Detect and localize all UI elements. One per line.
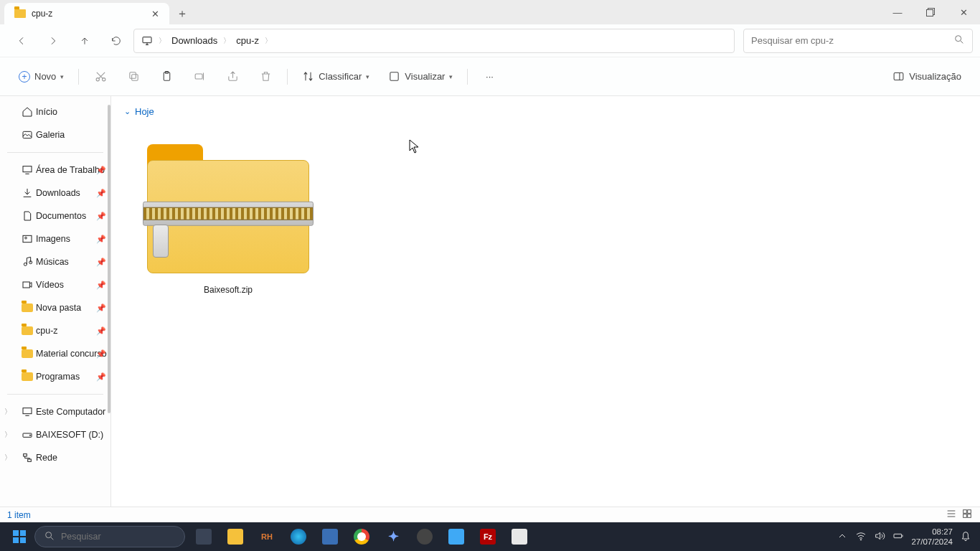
rename-button[interactable] [185, 65, 214, 88]
window-controls: — ✕ [881, 0, 980, 24]
taskbar-app-generic3[interactable] [505, 525, 534, 548]
sidebar-item-label: Nova pasta [36, 303, 81, 313]
minimize-button[interactable]: — [881, 0, 914, 24]
share-button[interactable] [218, 65, 247, 88]
volume-icon[interactable] [874, 530, 885, 544]
taskbar-app-copilot[interactable]: ✦ [379, 525, 407, 548]
sidebar-item-documents[interactable]: Documentos 📌 [0, 204, 110, 227]
tray-overflow-icon[interactable] [837, 530, 848, 544]
wifi-icon[interactable] [855, 530, 867, 544]
taskbar-app-taskview[interactable] [189, 525, 218, 548]
sidebar-item-music[interactable]: Músicas 📌 [0, 250, 110, 273]
window-tab[interactable]: cpu-z ✕ [4, 3, 169, 24]
notifications-icon[interactable] [960, 530, 971, 544]
view-icon [388, 70, 400, 83]
main: Início Galeria Área de Trabalho 📌 Downlo… [0, 96, 980, 507]
back-button[interactable] [7, 29, 36, 52]
taskbar-app-rh[interactable]: RH [253, 525, 281, 548]
search-box[interactable] [743, 29, 973, 53]
view-button[interactable]: Visualizar ▾ [381, 65, 460, 88]
details-view-icon[interactable] [946, 508, 957, 522]
chevron-down-icon: ▾ [60, 73, 64, 80]
drive-icon [22, 429, 33, 441]
chevron-right-icon[interactable]: 〉 [4, 430, 11, 440]
file-item-zip[interactable]: Baixesoft.zip [124, 130, 332, 295]
sidebar-item-label: Documentos [36, 211, 86, 221]
taskbar-app-chrome[interactable] [347, 525, 376, 548]
sidebar-item-cpu-z[interactable]: cpu-z 📌 [0, 319, 110, 342]
svg-rect-14 [23, 166, 32, 172]
sidebar-item-label: Área de Trabalho [36, 165, 105, 175]
new-tab-button[interactable]: ＋ [169, 3, 195, 24]
sidebar-item-images[interactable]: Imagens 📌 [0, 227, 110, 250]
up-button[interactable] [70, 29, 99, 52]
sidebar-item-this-pc[interactable]: 〉 Este Computador [0, 400, 110, 423]
divider [7, 152, 103, 153]
taskbar-search[interactable] [34, 526, 185, 547]
sidebar-item-programas[interactable]: Programas 📌 [0, 365, 110, 388]
svg-rect-19 [23, 282, 29, 288]
address-bar[interactable]: 〉 Downloads 〉 cpu-z 〉 [133, 29, 735, 53]
sidebar-item-label: Imagens [36, 234, 70, 244]
pin-icon: 📌 [96, 372, 106, 382]
preview-pane-button[interactable]: Visualização [885, 65, 969, 88]
svg-rect-11 [390, 72, 398, 80]
svg-point-22 [29, 435, 30, 435]
battery-icon[interactable] [892, 530, 904, 544]
taskbar-app-edge[interactable] [284, 525, 313, 548]
refresh-button[interactable] [102, 29, 131, 52]
content-area[interactable]: ⌄ Hoje Baixesoft.zip [111, 96, 980, 507]
taskbar-clock[interactable]: 08:27 27/07/2024 [911, 527, 953, 547]
document-icon [22, 210, 33, 222]
taskbar-search-input[interactable] [61, 532, 174, 542]
cut-button[interactable] [86, 65, 115, 88]
pin-icon: 📌 [96, 326, 106, 336]
divider [7, 394, 103, 395]
large-icons-view-icon[interactable] [961, 508, 973, 522]
more-button[interactable]: ··· [475, 65, 504, 88]
sidebar: Início Galeria Área de Trabalho 📌 Downlo… [0, 96, 111, 507]
chevron-right-icon[interactable]: 〉 [4, 407, 11, 417]
sidebar-item-downloads[interactable]: Downloads 📌 [0, 182, 110, 204]
maximize-button[interactable] [914, 0, 947, 24]
chevron-right-icon: 〉 [223, 36, 230, 46]
breadcrumb-downloads[interactable]: Downloads [171, 35, 217, 46]
forward-button[interactable] [39, 29, 67, 52]
taskbar-app-explorer[interactable] [221, 525, 250, 548]
chevron-right-icon[interactable]: 〉 [4, 453, 11, 463]
taskbar-app-filezilla[interactable]: Fz [473, 525, 502, 548]
sidebar-item-material[interactable]: Material concurso 📌 [0, 342, 110, 365]
sidebar-item-network[interactable]: 〉 Rede [0, 446, 110, 469]
sidebar-item-desktop[interactable]: Área de Trabalho 📌 [0, 159, 110, 182]
sidebar-item-drive-d[interactable]: 〉 BAIXESOFT (D:) [0, 423, 110, 446]
close-button[interactable]: ✕ [947, 0, 980, 24]
sort-button[interactable]: Classificar ▾ [295, 65, 377, 88]
sidebar-item-label: Vídeos [36, 280, 64, 290]
group-label: Hoje [135, 106, 154, 117]
new-button[interactable]: + Novo ▾ [11, 65, 71, 88]
sidebar-item-nova-pasta[interactable]: Nova pasta 📌 [0, 296, 110, 319]
start-button[interactable] [4, 525, 34, 548]
delete-button[interactable] [251, 65, 280, 88]
download-icon [22, 187, 33, 199]
pin-icon: 📌 [96, 189, 106, 198]
sidebar-item-home[interactable]: Início [0, 100, 110, 123]
group-header-today[interactable]: ⌄ Hoje [124, 106, 967, 117]
svg-rect-20 [23, 408, 32, 414]
svg-point-30 [861, 539, 862, 540]
svg-point-29 [46, 532, 52, 537]
copy-button[interactable] [119, 65, 148, 88]
breadcrumb-cpu-z[interactable]: cpu-z [236, 35, 259, 46]
sidebar-item-label: cpu-z [36, 326, 58, 336]
chevron-down-icon: ▾ [449, 73, 453, 80]
gallery-icon [22, 129, 33, 141]
sidebar-item-gallery[interactable]: Galeria [0, 123, 110, 146]
search-input[interactable] [751, 35, 953, 46]
sidebar-scrollbar[interactable] [106, 96, 110, 507]
taskbar-app-generic1[interactable] [316, 525, 344, 548]
pin-icon: 📌 [96, 303, 106, 313]
paste-button[interactable] [152, 65, 181, 88]
taskbar-app-generic2[interactable] [410, 525, 439, 548]
sidebar-item-videos[interactable]: Vídeos 📌 [0, 273, 110, 296]
tab-close-icon[interactable]: ✕ [151, 9, 159, 19]
